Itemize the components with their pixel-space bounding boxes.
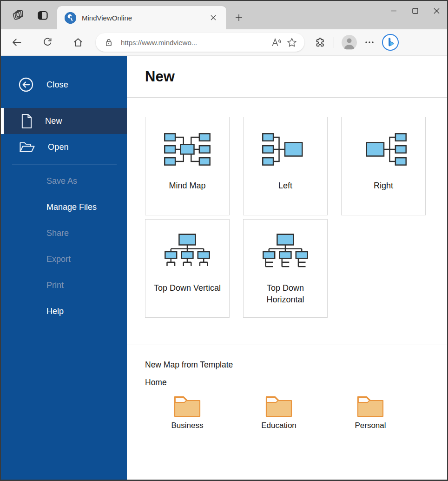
sidebar-item-label: Open [48, 142, 69, 152]
template-section: New Map from Template Home Business [127, 345, 447, 480]
toolbar-divider [334, 37, 334, 48]
sidebar-item-manage-files[interactable]: Manage Files [1, 194, 127, 220]
page-title: New [145, 68, 175, 85]
address-bar[interactable]: https://www.mindviewo... [96, 33, 304, 52]
folder-personal[interactable]: Personal [328, 395, 413, 430]
sidebar-item-print: Print [1, 272, 127, 298]
breadcrumb[interactable]: Home [145, 378, 447, 387]
sidebar-item-help[interactable]: Help [1, 298, 127, 324]
lock-icon[interactable] [104, 38, 113, 47]
refresh-icon[interactable] [38, 33, 57, 52]
main-header: New [127, 56, 447, 98]
sidebar-item-label: Close [46, 80, 68, 90]
url-text[interactable]: https://www.mindviewo... [121, 39, 268, 47]
card-top-down-horizontal[interactable]: Top Down Horizontal [243, 219, 328, 318]
card-top-down-vertical[interactable]: Top Down Vertical [145, 219, 230, 318]
maximize-icon[interactable] [404, 1, 426, 20]
sidebar-item-label: Manage Files [46, 202, 97, 212]
browser-toolbar: https://www.mindviewo... [1, 29, 447, 56]
home-icon[interactable] [69, 33, 87, 52]
left-layout-icon [259, 130, 312, 169]
more-icon[interactable] [364, 37, 375, 47]
card-left[interactable]: Left [243, 117, 328, 215]
sidebar-divider [12, 165, 117, 165]
sidebar-item-new[interactable]: New [1, 108, 127, 134]
top-down-horizontal-layout-icon [259, 232, 312, 271]
folder-icon [174, 395, 201, 417]
tab-strip: MindViewOnline [1, 1, 447, 29]
open-folder-icon [19, 140, 36, 154]
minimize-icon[interactable] [383, 1, 404, 20]
document-icon [20, 114, 33, 129]
sidebar-item-label: New [45, 116, 62, 126]
star-icon[interactable] [284, 34, 300, 50]
back-icon[interactable] [7, 33, 26, 52]
card-label: Mind Map [162, 180, 212, 192]
top-down-vertical-layout-icon [161, 232, 214, 271]
back-circle-icon [18, 76, 34, 93]
browser-window: MindViewOnline [0, 0, 448, 481]
sidebar-item-label: Share [46, 228, 69, 238]
folder-icon [265, 395, 292, 417]
sidebar-item-share: Share [1, 220, 127, 246]
bing-chat-icon[interactable] [382, 34, 399, 51]
sidebar-item-save-as: Save As [1, 168, 127, 194]
sidebar-item-open[interactable]: Open [1, 134, 127, 160]
close-icon[interactable] [426, 1, 447, 20]
sidebar-item-label: Export [46, 254, 71, 264]
profile-avatar[interactable] [342, 35, 357, 50]
folder-label: Personal [355, 421, 386, 430]
mindmap-layout-icon [161, 130, 214, 169]
sidebar-item-label: Print [46, 281, 64, 290]
card-label: Right [367, 180, 400, 192]
card-label: Top Down Vertical [147, 282, 227, 294]
folder-education[interactable]: Education [237, 395, 321, 430]
right-layout-icon [357, 130, 410, 169]
sidebar-item-label: Save As [46, 176, 77, 186]
workspaces-icon[interactable] [12, 9, 25, 21]
sidebar-item-label: Help [46, 307, 64, 316]
folder-label: Business [171, 421, 204, 430]
card-label: Left [272, 180, 299, 192]
tab-close-icon[interactable] [207, 11, 220, 24]
tab-actions-icon[interactable] [37, 9, 49, 21]
card-right[interactable]: Right [341, 117, 426, 215]
mindview-logo-icon [65, 12, 76, 24]
card-mind-map[interactable]: Mind Map [145, 117, 230, 215]
new-tab-icon[interactable] [231, 10, 247, 26]
folder-icon [357, 395, 384, 417]
layout-cards-section: Mind Map Left [127, 98, 447, 345]
read-aloud-icon[interactable] [268, 34, 284, 50]
folder-business[interactable]: Business [145, 395, 230, 430]
folder-label: Education [261, 421, 296, 430]
tab-title: MindViewOnline [82, 14, 207, 22]
browser-tab[interactable]: MindViewOnline [57, 6, 226, 29]
main-panel: New [127, 56, 447, 480]
sidebar-item-close[interactable]: Close [1, 73, 127, 96]
sidebar-item-export: Export [1, 246, 127, 272]
extensions-icon[interactable] [315, 37, 326, 48]
card-label: Top Down Horizontal [244, 282, 327, 306]
template-section-title: New Map from Template [145, 360, 447, 370]
app-sidebar: Close New Open [1, 56, 127, 480]
